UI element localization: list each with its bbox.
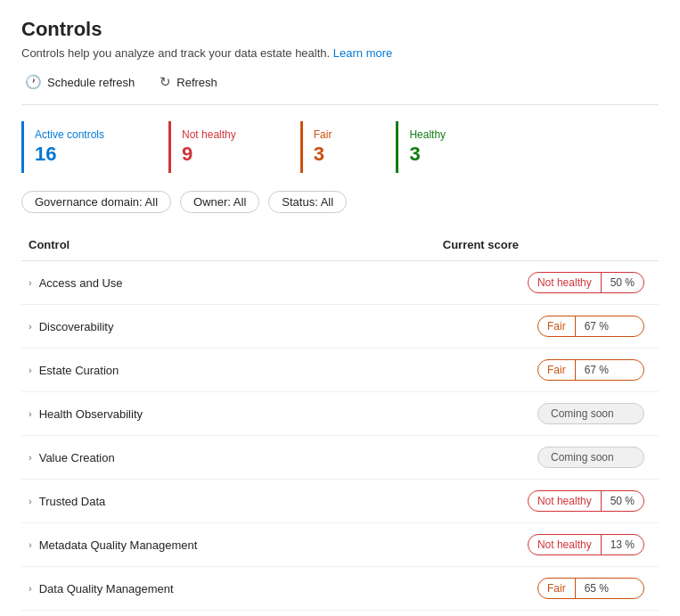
page-title: Controls bbox=[21, 18, 659, 41]
score-cell-value-creation: Coming soon bbox=[436, 436, 659, 480]
control-label-metadata-quality: Metadata Quality Management bbox=[39, 538, 198, 552]
stat-value-not-healthy: 9 bbox=[182, 143, 236, 166]
table-row: › Discoverability Fair 67 % bbox=[21, 305, 659, 349]
schedule-refresh-label: Schedule refresh bbox=[47, 76, 135, 89]
control-label-access-and-use: Access and Use bbox=[39, 276, 123, 290]
stat-value-healthy: 3 bbox=[409, 143, 446, 166]
badge-label-estate-curation: Fair bbox=[538, 360, 576, 380]
stats-row: Active controls 16 Not healthy 9 Fair 3 … bbox=[21, 121, 659, 173]
table-row: › Access and Use Not healthy 50 % bbox=[21, 261, 659, 305]
filter-btn-governance[interactable]: Governance domain: All bbox=[21, 191, 171, 213]
score-cell-discoverability: Fair 67 % bbox=[436, 305, 659, 349]
chevron-icon-access-and-use[interactable]: › bbox=[29, 277, 32, 288]
control-name-value-creation: › Value Creation bbox=[21, 436, 436, 480]
filter-btn-status[interactable]: Status: All bbox=[268, 191, 347, 213]
control-label-health-observability: Health Observability bbox=[39, 407, 143, 421]
refresh-label: Refresh bbox=[176, 76, 217, 89]
control-label-trusted-data: Trusted Data bbox=[39, 495, 106, 508]
badge-pct-estate-curation: 67 % bbox=[576, 360, 618, 380]
badge-pct-access-and-use: 50 % bbox=[602, 273, 643, 292]
score-cell-trusted-data: Not healthy 50 % bbox=[436, 480, 659, 523]
badge-pct-discoverability: 67 % bbox=[576, 316, 618, 336]
table-row: › Health Observability Coming soon bbox=[21, 392, 659, 436]
badge-label-health-observability: Coming soon bbox=[538, 404, 627, 423]
control-name-discoverability: › Discoverability bbox=[21, 305, 436, 349]
score-badge-estate-curation: Fair 67 % bbox=[537, 359, 644, 381]
control-name-metadata-quality: › Metadata Quality Management bbox=[21, 523, 436, 567]
control-label-value-creation: Value Creation bbox=[39, 451, 115, 464]
control-name-access-and-use: › Access and Use bbox=[21, 261, 436, 305]
chevron-icon-health-observability[interactable]: › bbox=[29, 408, 32, 419]
chevron-icon-metadata-quality[interactable]: › bbox=[29, 539, 32, 550]
score-badge-trusted-data: Not healthy 50 % bbox=[528, 490, 644, 512]
badge-label-value-creation: Coming soon bbox=[538, 448, 627, 467]
table-row: › Trusted Data Not healthy 50 % bbox=[21, 480, 659, 523]
stat-card-not-healthy: Not healthy 9 bbox=[168, 121, 272, 173]
score-badge-value-creation: Coming soon bbox=[537, 447, 644, 468]
score-cell-health-observability: Coming soon bbox=[436, 392, 659, 436]
stat-card-fair: Fair 3 bbox=[300, 121, 368, 173]
refresh-icon: ↻ bbox=[160, 74, 171, 90]
score-cell-data-quality: Fair 65 % bbox=[436, 567, 659, 611]
badge-label-access-and-use: Not healthy bbox=[528, 273, 602, 292]
table-row: › Data Quality Management Fair 65 % bbox=[21, 567, 659, 611]
score-cell-metadata-quality: Not healthy 13 % bbox=[436, 523, 659, 567]
badge-label-trusted-data: Not healthy bbox=[528, 491, 602, 511]
table-row: › Value Creation Coming soon bbox=[21, 436, 659, 480]
stat-card-healthy: Healthy 3 bbox=[396, 121, 481, 173]
stat-label-fair: Fair bbox=[314, 128, 332, 141]
chevron-icon-discoverability[interactable]: › bbox=[29, 321, 32, 332]
score-cell-estate-curation: Fair 67 % bbox=[436, 349, 659, 392]
control-label-data-quality: Data Quality Management bbox=[39, 582, 174, 595]
badge-label-metadata-quality: Not healthy bbox=[528, 535, 602, 554]
chevron-icon-trusted-data[interactable]: › bbox=[29, 496, 32, 506]
score-badge-data-quality: Fair 65 % bbox=[537, 578, 644, 599]
badge-label-data-quality: Fair bbox=[538, 579, 576, 598]
col-header-score: Current score bbox=[436, 231, 659, 261]
badge-pct-data-quality: 65 % bbox=[576, 579, 618, 598]
badge-pct-trusted-data: 50 % bbox=[602, 491, 643, 511]
badge-pct-metadata-quality: 13 % bbox=[602, 535, 643, 554]
stat-label-active: Active controls bbox=[35, 128, 104, 141]
stat-value-fair: 3 bbox=[314, 143, 332, 166]
chevron-icon-data-quality[interactable]: › bbox=[29, 583, 32, 594]
score-badge-discoverability: Fair 67 % bbox=[537, 316, 644, 337]
control-name-health-observability: › Health Observability bbox=[21, 392, 436, 436]
score-badge-access-and-use: Not healthy 50 % bbox=[528, 272, 644, 293]
stat-label-healthy: Healthy bbox=[409, 128, 446, 141]
score-badge-metadata-quality: Not healthy 13 % bbox=[528, 534, 644, 555]
filter-btn-owner[interactable]: Owner: All bbox=[180, 191, 259, 213]
chevron-icon-value-creation[interactable]: › bbox=[29, 452, 32, 463]
stat-card-active: Active controls 16 bbox=[21, 121, 140, 173]
control-name-estate-curation: › Estate Curation bbox=[21, 349, 436, 392]
control-label-discoverability: Discoverability bbox=[39, 320, 114, 333]
score-badge-health-observability: Coming soon bbox=[537, 403, 644, 424]
stat-label-not-healthy: Not healthy bbox=[182, 128, 236, 141]
control-name-trusted-data: › Trusted Data bbox=[21, 480, 436, 523]
col-header-control: Control bbox=[21, 231, 436, 261]
page-subtitle: Controls help you analyze and track your… bbox=[21, 46, 659, 60]
controls-table: Control Current score › Access and Use N… bbox=[21, 231, 659, 611]
stat-value-active: 16 bbox=[35, 143, 104, 166]
refresh-button[interactable]: ↻ Refresh bbox=[156, 72, 221, 92]
badge-label-discoverability: Fair bbox=[538, 316, 576, 336]
table-row: › Metadata Quality Management Not health… bbox=[21, 523, 659, 567]
learn-more-link[interactable]: Learn more bbox=[333, 46, 392, 60]
schedule-refresh-button[interactable]: 🕐 Schedule refresh bbox=[21, 72, 138, 92]
filters-row: Governance domain: AllOwner: AllStatus: … bbox=[21, 191, 659, 213]
schedule-icon: 🕐 bbox=[25, 74, 42, 90]
score-cell-access-and-use: Not healthy 50 % bbox=[436, 261, 659, 305]
chevron-icon-estate-curation[interactable]: › bbox=[29, 365, 32, 375]
toolbar: 🕐 Schedule refresh ↻ Refresh bbox=[21, 72, 659, 105]
control-label-estate-curation: Estate Curation bbox=[39, 364, 119, 377]
table-row: › Estate Curation Fair 67 % bbox=[21, 349, 659, 392]
control-name-data-quality: › Data Quality Management bbox=[21, 567, 436, 611]
